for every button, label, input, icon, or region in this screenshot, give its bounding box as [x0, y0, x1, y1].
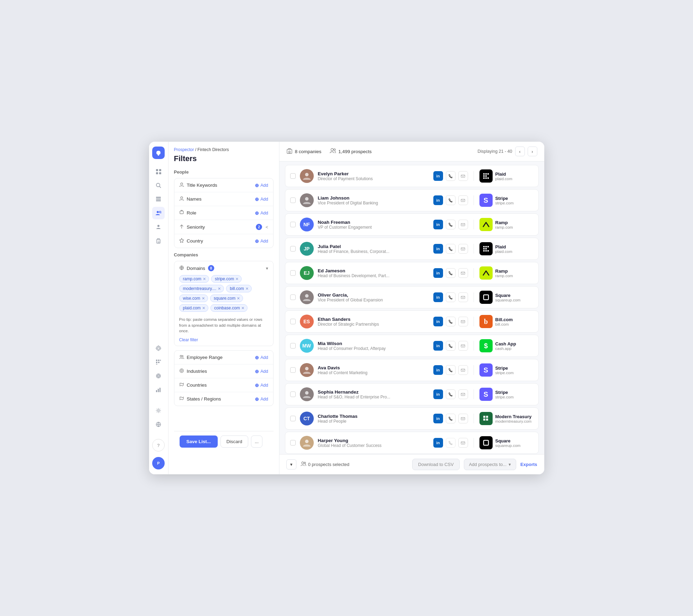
add-prospects-btn[interactable]: Add prospects to... ▾ [464, 459, 516, 470]
linkedin-icon[interactable]: in [433, 244, 443, 254]
email-icon[interactable] [458, 341, 468, 351]
remove-tag-btn[interactable]: ✕ [235, 277, 239, 281]
prospect-checkbox[interactable] [290, 343, 296, 349]
more-options-button[interactable]: ... [251, 435, 262, 448]
app-logo[interactable] [152, 147, 165, 159]
remove-tag-btn[interactable]: ✕ [218, 287, 221, 291]
phone-icon[interactable] [446, 389, 456, 399]
prospect-checkbox[interactable] [290, 416, 296, 421]
prospect-checkbox[interactable] [290, 222, 296, 227]
download-csv-btn[interactable]: Download to CSV [412, 459, 460, 470]
add-names-btn[interactable]: ⊕ Add [255, 196, 268, 202]
email-icon[interactable] [458, 414, 468, 423]
nav-target[interactable] [152, 342, 165, 354]
phone-icon[interactable] [446, 195, 456, 205]
prospect-checkbox[interactable] [290, 246, 296, 252]
phone-icon[interactable] [446, 268, 456, 278]
prospect-checkbox[interactable] [290, 294, 296, 300]
email-icon[interactable] [458, 317, 468, 326]
prospect-checkbox[interactable] [290, 319, 296, 324]
email-icon[interactable] [458, 389, 468, 399]
filter-row-country[interactable]: Country ⊕ Add [174, 234, 273, 248]
filter-row-industries[interactable]: Industries ⊕ Add [174, 364, 273, 378]
add-country-btn[interactable]: ⊕ Add [255, 238, 268, 244]
filter-row-states-regions[interactable]: States / Regions ⊕ Add [174, 392, 273, 406]
add-industries-btn[interactable]: ⊕ Add [255, 369, 268, 374]
remove-tag-btn[interactable]: ✕ [202, 296, 205, 301]
nav-search[interactable] [152, 179, 165, 192]
linkedin-icon[interactable]: in [433, 414, 443, 423]
linkedin-icon[interactable]: in [433, 438, 443, 448]
prospect-checkbox[interactable] [290, 197, 296, 203]
prospect-checkbox[interactable] [290, 367, 296, 373]
exports-btn[interactable]: Exports [520, 462, 537, 467]
linkedin-icon[interactable]: in [433, 341, 443, 351]
remove-tag-btn[interactable]: ✕ [245, 287, 249, 291]
linkedin-icon[interactable]: in [433, 365, 443, 375]
phone-icon[interactable] [446, 292, 456, 302]
linkedin-icon[interactable]: in [433, 195, 443, 205]
prospect-checkbox[interactable] [290, 270, 296, 276]
email-icon[interactable] [458, 292, 468, 302]
breadcrumb-parent[interactable]: Prospector [174, 147, 194, 152]
phone-icon[interactable] [446, 365, 456, 375]
next-page-btn[interactable]: › [528, 147, 537, 156]
phone-icon[interactable] [446, 414, 456, 423]
phone-icon[interactable] [446, 171, 456, 181]
phone-icon[interactable] [446, 438, 456, 448]
nav-prospector[interactable] [152, 207, 165, 219]
add-employee-range-btn[interactable]: ⊕ Add [255, 355, 268, 360]
phone-icon[interactable] [446, 317, 456, 326]
filter-row-employee-range[interactable]: Employee Range ⊕ Add [174, 351, 273, 364]
remove-tag-btn[interactable]: ✕ [203, 277, 206, 281]
remove-tag-btn[interactable]: ✕ [237, 296, 240, 301]
phone-icon[interactable] [446, 244, 456, 254]
remove-tag-btn[interactable]: ✕ [202, 306, 205, 310]
email-icon[interactable] [458, 171, 468, 181]
email-icon[interactable] [458, 365, 468, 375]
linkedin-icon[interactable]: in [433, 171, 443, 181]
nav-help[interactable]: ? [152, 439, 165, 451]
linkedin-icon[interactable]: in [433, 268, 443, 278]
nav-settings[interactable] [152, 404, 165, 417]
remove-tag-btn[interactable]: ✕ [241, 306, 244, 310]
linkedin-icon[interactable]: in [433, 292, 443, 302]
clear-filter-btn[interactable]: Clear filter [174, 336, 273, 346]
filter-row-countries[interactable]: Countries ⊕ Add [174, 378, 273, 392]
phone-icon[interactable] [446, 341, 456, 351]
nav-user-avatar[interactable]: P [152, 457, 165, 469]
filter-row-role[interactable]: Role ⊕ Add [174, 206, 273, 220]
nav-dashboard[interactable] [152, 165, 165, 178]
email-icon[interactable] [458, 244, 468, 254]
linkedin-icon[interactable]: in [433, 317, 443, 326]
save-list-button[interactable]: Save List... [180, 435, 218, 448]
filter-row-title-keywords[interactable]: Title Keywords ⊕ Add [174, 178, 273, 192]
domains-header[interactable]: Domains 8 ▾ [174, 261, 273, 275]
domains-chevron-icon[interactable]: ▾ [266, 266, 268, 271]
add-role-btn[interactable]: ⊕ Add [255, 210, 268, 216]
prospect-checkbox[interactable] [290, 391, 296, 397]
email-icon[interactable] [458, 220, 468, 229]
add-countries-btn[interactable]: ⊕ Add [255, 382, 268, 388]
nav-companies[interactable] [152, 235, 165, 247]
add-title-keywords-btn[interactable]: ⊕ Add [255, 183, 268, 188]
nav-grid[interactable] [152, 356, 165, 368]
add-states-regions-btn[interactable]: ⊕ Add [255, 396, 268, 402]
nav-analytics[interactable] [152, 384, 165, 396]
filter-row-names[interactable]: Names ⊕ Add [174, 192, 273, 206]
nav-globe[interactable] [152, 418, 165, 431]
linkedin-icon[interactable]: in [433, 220, 443, 229]
prev-page-btn[interactable]: ‹ [515, 147, 525, 156]
email-icon[interactable] [458, 268, 468, 278]
linkedin-icon[interactable]: in [433, 389, 443, 399]
nav-contacts[interactable] [152, 221, 165, 233]
seniority-collapse-btn[interactable]: < [266, 225, 268, 230]
email-icon[interactable] [458, 438, 468, 448]
phone-icon[interactable] [446, 220, 456, 229]
select-all-dropdown[interactable]: ▾ [286, 459, 296, 469]
nav-table[interactable] [152, 193, 165, 205]
email-icon[interactable] [458, 195, 468, 205]
prospect-checkbox[interactable] [290, 440, 296, 446]
discard-button[interactable]: Discard [220, 435, 248, 448]
nav-integrations[interactable] [152, 370, 165, 382]
